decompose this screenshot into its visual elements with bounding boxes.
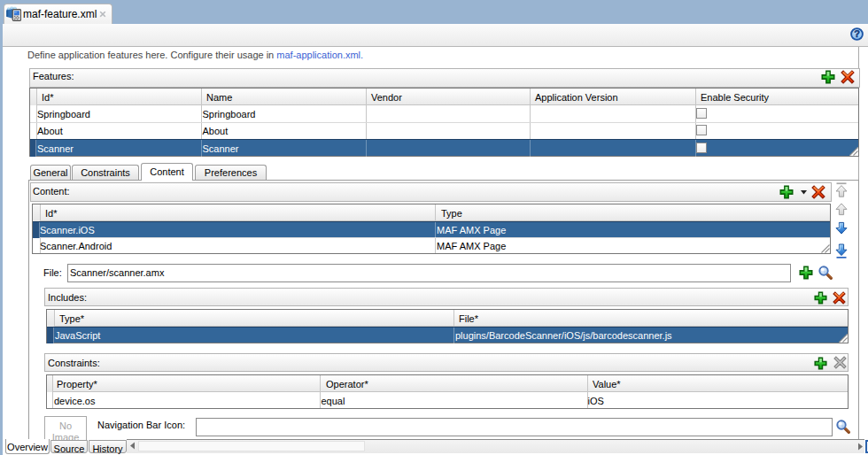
svg-text:?: ? — [854, 28, 860, 39]
